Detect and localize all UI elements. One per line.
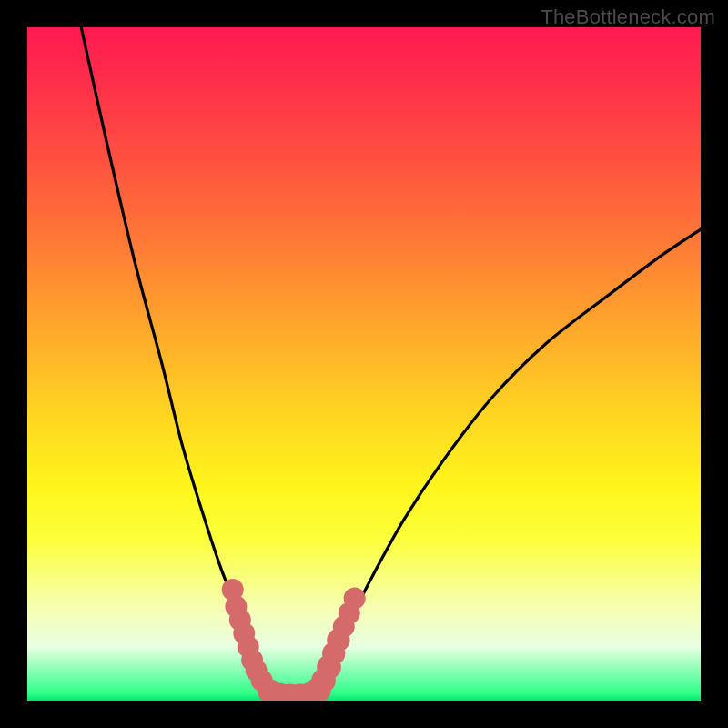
left-curve [81, 27, 279, 701]
right-curve [310, 229, 701, 701]
curve-svg [27, 27, 701, 701]
plot-area [27, 27, 701, 701]
watermark-text: TheBottleneck.com [541, 5, 715, 29]
valley-markers [222, 579, 366, 701]
valley-marker [344, 588, 366, 610]
chart-frame: TheBottleneck.com [0, 0, 728, 728]
